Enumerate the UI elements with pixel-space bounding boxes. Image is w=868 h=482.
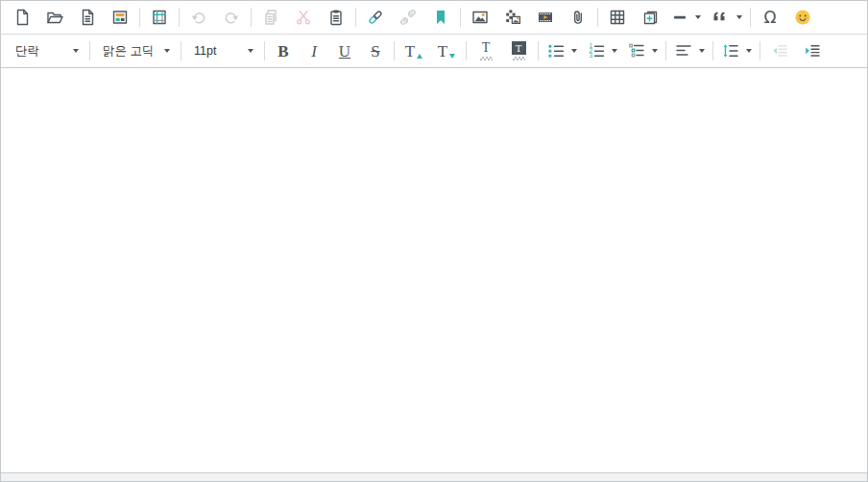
up-triangle-icon	[417, 54, 422, 59]
toolbar-separator	[538, 41, 539, 60]
toolbar-separator	[665, 41, 666, 60]
highlight-color-button[interactable]: T	[502, 36, 535, 65]
smiley-icon	[793, 8, 812, 27]
indent-icon	[803, 41, 822, 60]
highlight-color-icon: T	[512, 41, 526, 60]
frame-layout-button[interactable]	[143, 3, 176, 32]
photo-gallery-icon	[503, 8, 522, 27]
link-button[interactable]	[359, 3, 392, 32]
italic-label: I	[311, 43, 317, 60]
dropdown-caret-icon	[248, 49, 253, 53]
superscript-button[interactable]: T	[398, 36, 430, 65]
emoticon-button[interactable]	[786, 3, 819, 32]
text-document-button[interactable]	[71, 3, 104, 32]
align-button[interactable]	[669, 36, 710, 65]
bold-button[interactable]: B	[268, 36, 299, 65]
outdent-button[interactable]	[763, 36, 796, 65]
rich-text-editor: Ω 단락 맑은 고딕 11pt	[0, 0, 868, 482]
blockquote-button[interactable]	[707, 3, 747, 32]
template-layout-icon	[110, 8, 130, 27]
open-folder-icon	[45, 8, 64, 27]
cut-icon	[294, 8, 313, 27]
font-size-value: 11pt	[194, 44, 216, 58]
dropdown-caret-icon	[695, 15, 701, 19]
down-triangle-icon	[449, 54, 455, 59]
dropdown-caret-icon	[736, 15, 742, 19]
color-swatch-strip	[480, 57, 493, 60]
special-character-button[interactable]: Ω	[754, 3, 786, 32]
underline-button[interactable]: U	[329, 36, 360, 65]
photo-gallery-button[interactable]	[496, 3, 529, 32]
redo-button[interactable]	[215, 3, 248, 32]
horizontal-line-button[interactable]	[666, 3, 707, 32]
toolbar-separator	[466, 41, 467, 60]
toolbar-separator	[179, 8, 180, 27]
line-height-icon	[721, 41, 740, 60]
primary-toolbar: Ω	[1, 1, 867, 35]
toolbar-separator	[460, 8, 461, 27]
numbered-list-button[interactable]: 1 2 3	[582, 36, 622, 65]
resize-handle[interactable]	[1, 472, 867, 481]
toolbar-separator	[264, 41, 265, 60]
insert-document-icon	[640, 8, 660, 27]
new-document-button[interactable]	[6, 3, 38, 32]
video-button[interactable]	[529, 3, 562, 32]
bookmark-button[interactable]	[424, 3, 457, 32]
italic-button[interactable]: I	[299, 36, 329, 65]
font-family-dropdown[interactable]: 맑은 고딕	[93, 36, 178, 65]
paragraph-style-dropdown[interactable]: 단락	[6, 36, 86, 65]
outline-list-button[interactable]	[622, 36, 663, 65]
image-button[interactable]	[464, 3, 496, 32]
numbered-list-icon: 1 2 3	[587, 41, 606, 60]
dropdown-caret-icon	[571, 49, 577, 53]
table-button[interactable]	[601, 3, 634, 32]
toolbar-separator	[139, 8, 140, 27]
color-swatch-strip	[513, 57, 525, 60]
open-folder-button[interactable]	[38, 3, 71, 32]
line-height-button[interactable]	[716, 36, 757, 65]
bullet-list-button[interactable]	[542, 36, 582, 65]
bookmark-icon	[431, 8, 450, 27]
font-family-value: 맑은 고딕	[103, 43, 154, 60]
font-color-icon: T	[480, 41, 493, 60]
dropdown-caret-icon	[699, 49, 705, 53]
font-size-dropdown[interactable]: 11pt	[184, 36, 261, 65]
outline-list-icon	[627, 41, 646, 60]
dropdown-caret-icon	[612, 49, 617, 53]
dropdown-caret-icon	[746, 49, 752, 53]
insert-document-button[interactable]	[634, 3, 666, 32]
editor-content[interactable]	[1, 68, 867, 472]
subscript-button[interactable]: T	[430, 36, 463, 65]
align-left-icon	[674, 41, 693, 60]
text-document-icon	[78, 8, 97, 27]
unlink-icon	[398, 8, 418, 27]
dropdown-caret-icon	[164, 49, 170, 53]
image-icon	[470, 8, 490, 27]
strikethrough-label: S	[371, 43, 379, 60]
dropdown-caret-icon	[73, 49, 79, 53]
format-toolbar: 단락 맑은 고딕 11pt B I U S T	[1, 35, 867, 68]
omega-icon: Ω	[764, 10, 777, 26]
superscript-icon: T	[405, 43, 422, 60]
indent-button[interactable]	[796, 36, 829, 65]
cut-button[interactable]	[287, 3, 320, 32]
attachment-button[interactable]	[562, 3, 594, 32]
new-document-icon	[12, 8, 32, 27]
bullet-list-icon	[546, 41, 566, 60]
copy-button[interactable]	[254, 3, 287, 32]
font-color-button[interactable]: T	[470, 36, 502, 65]
toolbar-separator	[355, 8, 356, 27]
bold-label: B	[277, 43, 288, 60]
undo-button[interactable]	[182, 3, 215, 32]
dropdown-caret-icon	[652, 49, 658, 53]
template-layout-button[interactable]	[104, 3, 136, 32]
underline-label: U	[339, 43, 350, 60]
unlink-button[interactable]	[392, 3, 424, 32]
undo-icon	[189, 8, 208, 27]
strikethrough-button[interactable]: S	[360, 36, 391, 65]
paste-button[interactable]	[320, 3, 352, 32]
paste-icon	[326, 8, 346, 27]
copy-icon	[261, 8, 280, 27]
toolbar-separator	[89, 41, 90, 60]
toolbar-separator	[760, 41, 760, 60]
